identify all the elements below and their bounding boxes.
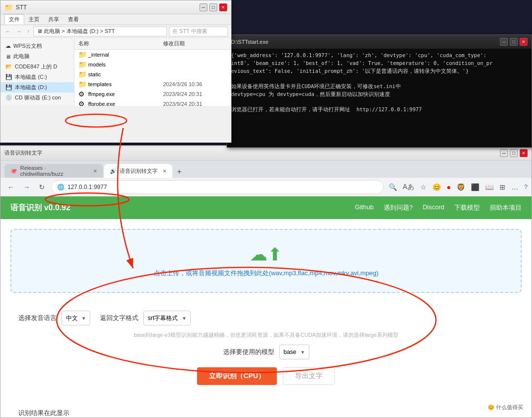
settings-icon[interactable]: … (509, 181, 520, 193)
tab-home[interactable]: 主页 (24, 14, 44, 25)
tab-close[interactable]: ✕ (93, 168, 97, 174)
sidebar: ☁WPS云文档 🖥此电脑 📂CODE847 上的 D 💾本地磁盘 (C:) 💾本… (0, 38, 74, 106)
tab-buzz[interactable]: 🐙 Releases · chidiwilliams/buzz ✕ (4, 164, 103, 178)
brave-icon[interactable]: 🦁 (455, 181, 467, 193)
browser-minimize[interactable]: ─ (500, 149, 508, 157)
close-button[interactable]: ✕ (219, 3, 227, 11)
bookmark-icon[interactable]: ☆ (418, 181, 429, 193)
browser-close[interactable]: ✕ (520, 149, 528, 157)
address-field[interactable]: 🖥 此电脑 > 本地磁盘 (D:) > STT (33, 27, 167, 36)
nav-issue[interactable]: 遇到问题? (384, 203, 413, 212)
search-placeholder: 在 STT 中搜索 (172, 28, 207, 35)
emoji-icon[interactable]: 😊 (431, 181, 443, 193)
help-icon[interactable]: ? (524, 184, 528, 191)
header-date: 修改日期 (163, 40, 227, 47)
tab-view[interactable]: 查看 (64, 14, 83, 25)
upload-icon: ☁⬆ (250, 244, 282, 265)
watermark: 😊 什么值得买 (484, 402, 527, 413)
minimize-button[interactable]: ─ (200, 3, 207, 11)
tab-file[interactable]: 文件 (4, 14, 24, 25)
up-button[interactable]: ↑ (25, 28, 32, 35)
sidebar-item-code847[interactable]: 📂CODE847 上的 D (0, 62, 74, 72)
maximize-button[interactable]: □ (209, 3, 217, 11)
file-explorer-titlebar: 📁 STT ─ □ ✕ (0, 0, 231, 14)
search-field[interactable]: 在 STT 中搜索 (169, 27, 228, 36)
tab-label: Releases · chidiwilliams/buzz (20, 165, 88, 177)
ribbon-tabs: 文件 主页 共享 查看 (0, 14, 231, 25)
refresh-button[interactable]: ↻ (36, 181, 48, 193)
terminal-maximize[interactable]: □ (510, 38, 518, 46)
address-bar[interactable]: 🌐 127.0.0.1:9977 (51, 180, 384, 194)
folder-icon: 📁 (78, 51, 86, 59)
reading-icon[interactable]: 📖 (483, 181, 496, 193)
collection-icon[interactable]: ⬛ (469, 181, 481, 193)
nav-github[interactable]: Github (355, 203, 373, 212)
file-explorer-title: STT (16, 4, 27, 11)
terminal-title: D:\STTstart.exe (231, 39, 268, 45)
forward-button[interactable]: → (14, 28, 23, 35)
window-controls: ─ □ ✕ (200, 3, 227, 11)
file-row-templates[interactable]: 📁 templates 2024/3/26 10:36 (74, 79, 231, 89)
toolbar-icons: 🔍 Aあ ☆ 😊 ● 🦁 ⬛ 📖 ⊞ … ? (387, 181, 528, 193)
file-row[interactable]: 📁 models (74, 60, 231, 69)
nav-download[interactable]: 下载模型 (454, 203, 480, 212)
file-name: templates (88, 81, 163, 87)
new-tab-button[interactable]: + (173, 166, 185, 178)
file-row[interactable]: ⚙ ffmpeg.exe 2023/9/24 20:31 (74, 89, 231, 99)
file-name: models (88, 62, 163, 67)
terminal-close[interactable]: ✕ (520, 38, 528, 46)
address-bar-row: ← → ↑ 🖥 此电脑 > 本地磁盘 (D:) > STT 在 STT 中搜索 (0, 25, 231, 38)
tab-label: 语音识别转文字 (120, 167, 158, 175)
nav-discord[interactable]: Discord (423, 203, 444, 212)
tab-icon: 🐙 (10, 168, 17, 174)
file-row[interactable]: ⚙ ffprobe.exe 2023/9/24 20:31 (74, 99, 231, 106)
search-icon[interactable]: 🔍 (387, 181, 399, 193)
header-name: 名称 (78, 40, 163, 47)
tab-share[interactable]: 共享 (44, 14, 64, 25)
output-group: 返回文字格式 srt字幕格式 ▼ (100, 311, 191, 325)
output-select[interactable]: srt字幕格式 (143, 311, 191, 325)
result-label: 识别结果在此显示 (18, 409, 514, 418)
watermark-icon: 😊 (488, 404, 495, 410)
forward-button[interactable]: → (20, 181, 33, 193)
url-text: 127.0.0.1:9977 (67, 184, 107, 191)
tracking-icon[interactable]: ● (445, 181, 453, 193)
split-view-icon[interactable]: ⊞ (498, 181, 507, 193)
terminal-line: devtype=cpu 为 devtype=cuda，然后重新启动以加快识别速度 (231, 91, 528, 98)
sidebar-item-d[interactable]: 💾本地磁盘 (D:) (0, 82, 74, 93)
sidebar-item-mypc[interactable]: 🖥此电脑 (0, 51, 74, 62)
model-label: 选择要使用的模型 (223, 348, 274, 356)
tab-close[interactable]: ✕ (163, 168, 166, 174)
sidebar-item-e[interactable]: 💿CD 驱动器 (E:) con (0, 93, 74, 103)
browser-maximize[interactable]: □ (510, 149, 518, 157)
sidebar-item-c[interactable]: 💾本地磁盘 (C:) (0, 72, 74, 82)
terminal-minimize[interactable]: ─ (500, 38, 508, 46)
file-row[interactable]: 📁 _internal (74, 50, 231, 60)
upload-area[interactable]: ☁⬆ 点击上传，或将音频视频文件拖拽到此处(wav,mp3,flac,mp4,m… (10, 229, 522, 293)
tab-icon: 🔊 (110, 168, 117, 174)
header-nav: Github 遇到问题? Discord 下载模型 捐助本项目 (355, 203, 522, 212)
file-explorer-window: 📁 STT ─ □ ✕ 文件 主页 共享 查看 ← → ↑ 🖥 此电脑 > 本地… (0, 0, 232, 143)
export-button[interactable]: 导出文字 (283, 367, 335, 385)
terminal-line (231, 98, 528, 106)
exe-icon: ⚙ (78, 100, 86, 106)
model-select[interactable]: base (279, 345, 309, 359)
sidebar-item-wps[interactable]: ☁WPS云文档 (0, 41, 74, 51)
file-row[interactable]: 📁 static (74, 69, 231, 79)
recognize-button[interactable]: 立即识别（CPU） (197, 367, 277, 385)
back-button[interactable]: ← (4, 181, 17, 193)
translate-icon[interactable]: Aあ (401, 181, 416, 193)
file-date: 2023/9/24 20:31 (163, 101, 227, 106)
output-select-wrapper: srt字幕格式 ▼ (143, 311, 191, 325)
file-name: static (88, 71, 163, 77)
nav-donate[interactable]: 捐助本项目 (490, 203, 522, 212)
terminal-line: {'web_address': '127.0.0.1:9977', 'lang'… (231, 52, 528, 60)
tab-stt[interactable]: 🔊 语音识别转文字 ✕ (104, 164, 172, 178)
file-name: ffmpeg.exe (88, 91, 163, 97)
back-button[interactable]: ← (3, 28, 12, 35)
watermark-text: 什么值得买 (496, 404, 523, 410)
file-name: _internal (88, 52, 163, 58)
browser-title: 语音识别转文字 (4, 149, 42, 157)
explorer-body: ☁WPS云文档 🖥此电脑 📂CODE847 上的 D 💾本地磁盘 (C:) 💾本… (0, 38, 231, 106)
lang-select[interactable]: 中文 (62, 311, 90, 325)
